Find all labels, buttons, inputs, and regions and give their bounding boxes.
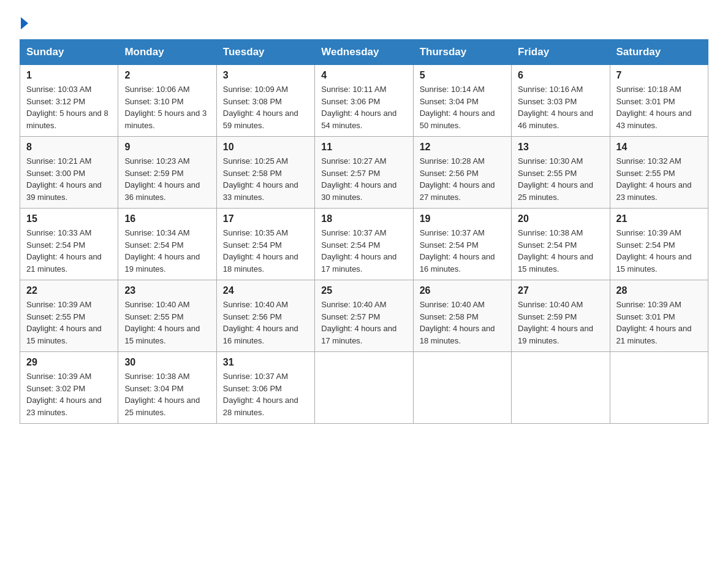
calendar-cell: 19Sunrise: 10:37 AMSunset: 2:54 PMDaylig… (413, 209, 511, 280)
day-header-sunday: Sunday (20, 40, 118, 65)
calendar-cell (413, 352, 511, 424)
day-number: 7 (616, 70, 702, 81)
calendar-cell: 16Sunrise: 10:34 AMSunset: 2:54 PMDaylig… (118, 209, 216, 280)
calendar-cell: 5Sunrise: 10:14 AMSunset: 3:04 PMDayligh… (413, 65, 511, 137)
logo (20, 15, 28, 29)
day-number: 31 (223, 357, 308, 368)
calendar-cell: 3Sunrise: 10:09 AMSunset: 3:08 PMDayligh… (216, 65, 314, 137)
calendar-cell: 31Sunrise: 10:37 AMSunset: 3:06 PMDaylig… (216, 352, 314, 424)
day-info: Sunrise: 10:21 AMSunset: 3:00 PMDaylight… (26, 155, 112, 203)
calendar-header-row: SundayMondayTuesdayWednesdayThursdayFrid… (20, 40, 708, 65)
day-info: Sunrise: 10:40 AMSunset: 2:58 PMDaylight… (420, 299, 505, 347)
day-info: Sunrise: 10:40 AMSunset: 2:56 PMDaylight… (223, 299, 308, 347)
day-number: 2 (124, 70, 210, 81)
day-info: Sunrise: 10:14 AMSunset: 3:04 PMDaylight… (420, 83, 505, 131)
calendar-cell: 9Sunrise: 10:23 AMSunset: 2:59 PMDayligh… (118, 137, 216, 209)
day-info: Sunrise: 10:25 AMSunset: 2:58 PMDaylight… (223, 155, 308, 203)
day-info: Sunrise: 10:11 AMSunset: 3:06 PMDaylight… (321, 83, 406, 131)
calendar-cell (512, 352, 610, 424)
day-info: Sunrise: 10:38 AMSunset: 2:54 PMDaylight… (518, 227, 603, 275)
calendar-cell: 4Sunrise: 10:11 AMSunset: 3:06 PMDayligh… (315, 65, 413, 137)
day-info: Sunrise: 10:40 AMSunset: 2:59 PMDaylight… (518, 299, 603, 347)
day-number: 8 (26, 142, 112, 153)
day-info: Sunrise: 10:34 AMSunset: 2:54 PMDaylight… (124, 227, 210, 275)
day-number: 28 (616, 285, 702, 296)
day-number: 25 (321, 285, 406, 296)
day-info: Sunrise: 10:06 AMSunset: 3:10 PMDaylight… (124, 83, 210, 131)
calendar-cell: 1Sunrise: 10:03 AMSunset: 3:12 PMDayligh… (20, 65, 118, 137)
calendar-cell: 2Sunrise: 10:06 AMSunset: 3:10 PMDayligh… (118, 65, 216, 137)
calendar-cell: 24Sunrise: 10:40 AMSunset: 2:56 PMDaylig… (216, 280, 314, 352)
calendar-cell: 21Sunrise: 10:39 AMSunset: 2:54 PMDaylig… (610, 209, 708, 280)
day-info: Sunrise: 10:37 AMSunset: 2:54 PMDaylight… (420, 227, 505, 275)
day-info: Sunrise: 10:35 AMSunset: 2:54 PMDaylight… (223, 227, 308, 275)
day-number: 12 (420, 142, 505, 153)
day-info: Sunrise: 10:37 AMSunset: 3:06 PMDaylight… (223, 370, 308, 418)
day-number: 30 (124, 357, 210, 368)
day-number: 5 (420, 70, 505, 81)
calendar-cell (315, 352, 413, 424)
day-number: 29 (26, 357, 112, 368)
calendar-week-row: 8Sunrise: 10:21 AMSunset: 3:00 PMDayligh… (20, 137, 708, 209)
day-info: Sunrise: 10:16 AMSunset: 3:03 PMDaylight… (518, 83, 603, 131)
calendar-week-row: 29Sunrise: 10:39 AMSunset: 3:02 PMDaylig… (20, 352, 708, 424)
calendar-cell: 8Sunrise: 10:21 AMSunset: 3:00 PMDayligh… (20, 137, 118, 209)
day-info: Sunrise: 10:39 AMSunset: 2:54 PMDaylight… (616, 227, 702, 275)
day-number: 11 (321, 142, 406, 153)
day-number: 21 (616, 213, 702, 224)
day-info: Sunrise: 10:37 AMSunset: 2:54 PMDaylight… (321, 227, 406, 275)
day-info: Sunrise: 10:03 AMSunset: 3:12 PMDaylight… (26, 83, 112, 131)
calendar-cell: 18Sunrise: 10:37 AMSunset: 2:54 PMDaylig… (315, 209, 413, 280)
day-number: 9 (124, 142, 210, 153)
calendar-week-row: 22Sunrise: 10:39 AMSunset: 2:55 PMDaylig… (20, 280, 708, 352)
day-header-wednesday: Wednesday (315, 40, 413, 65)
day-info: Sunrise: 10:32 AMSunset: 2:55 PMDaylight… (616, 155, 702, 203)
day-header-saturday: Saturday (610, 40, 708, 65)
day-number: 4 (321, 70, 406, 81)
day-number: 15 (26, 213, 112, 224)
calendar-cell: 7Sunrise: 10:18 AMSunset: 3:01 PMDayligh… (610, 65, 708, 137)
calendar-cell (610, 352, 708, 424)
calendar-cell: 11Sunrise: 10:27 AMSunset: 2:57 PMDaylig… (315, 137, 413, 209)
day-number: 17 (223, 213, 308, 224)
day-number: 3 (223, 70, 308, 81)
day-number: 27 (518, 285, 603, 296)
day-info: Sunrise: 10:39 AMSunset: 3:02 PMDaylight… (26, 370, 112, 418)
calendar-cell: 12Sunrise: 10:28 AMSunset: 2:56 PMDaylig… (413, 137, 511, 209)
day-header-tuesday: Tuesday (216, 40, 314, 65)
day-number: 14 (616, 142, 702, 153)
calendar-cell: 29Sunrise: 10:39 AMSunset: 3:02 PMDaylig… (20, 352, 118, 424)
day-number: 6 (518, 70, 603, 81)
day-info: Sunrise: 10:30 AMSunset: 2:55 PMDaylight… (518, 155, 603, 203)
day-number: 26 (420, 285, 505, 296)
calendar-table: SundayMondayTuesdayWednesdayThursdayFrid… (20, 39, 708, 424)
calendar-cell: 28Sunrise: 10:39 AMSunset: 3:01 PMDaylig… (610, 280, 708, 352)
day-info: Sunrise: 10:38 AMSunset: 3:04 PMDaylight… (124, 370, 210, 418)
day-info: Sunrise: 10:33 AMSunset: 2:54 PMDaylight… (26, 227, 112, 275)
day-number: 18 (321, 213, 406, 224)
day-info: Sunrise: 10:28 AMSunset: 2:56 PMDaylight… (420, 155, 505, 203)
day-info: Sunrise: 10:27 AMSunset: 2:57 PMDaylight… (321, 155, 406, 203)
calendar-cell: 25Sunrise: 10:40 AMSunset: 2:57 PMDaylig… (315, 280, 413, 352)
calendar-week-row: 15Sunrise: 10:33 AMSunset: 2:54 PMDaylig… (20, 209, 708, 280)
logo-arrow-icon (21, 17, 28, 29)
day-header-monday: Monday (118, 40, 216, 65)
calendar-cell: 10Sunrise: 10:25 AMSunset: 2:58 PMDaylig… (216, 137, 314, 209)
calendar-cell: 30Sunrise: 10:38 AMSunset: 3:04 PMDaylig… (118, 352, 216, 424)
day-number: 19 (420, 213, 505, 224)
calendar-cell: 20Sunrise: 10:38 AMSunset: 2:54 PMDaylig… (512, 209, 610, 280)
day-number: 16 (124, 213, 210, 224)
day-info: Sunrise: 10:39 AMSunset: 2:55 PMDaylight… (26, 299, 112, 347)
calendar-cell: 13Sunrise: 10:30 AMSunset: 2:55 PMDaylig… (512, 137, 610, 209)
day-info: Sunrise: 10:09 AMSunset: 3:08 PMDaylight… (223, 83, 308, 131)
day-number: 13 (518, 142, 603, 153)
day-info: Sunrise: 10:40 AMSunset: 2:55 PMDaylight… (124, 299, 210, 347)
calendar-cell: 27Sunrise: 10:40 AMSunset: 2:59 PMDaylig… (512, 280, 610, 352)
day-number: 20 (518, 213, 603, 224)
calendar-cell: 23Sunrise: 10:40 AMSunset: 2:55 PMDaylig… (118, 280, 216, 352)
day-number: 10 (223, 142, 308, 153)
day-header-friday: Friday (512, 40, 610, 65)
page-header (20, 15, 708, 29)
calendar-cell: 15Sunrise: 10:33 AMSunset: 2:54 PMDaylig… (20, 209, 118, 280)
calendar-cell: 6Sunrise: 10:16 AMSunset: 3:03 PMDayligh… (512, 65, 610, 137)
